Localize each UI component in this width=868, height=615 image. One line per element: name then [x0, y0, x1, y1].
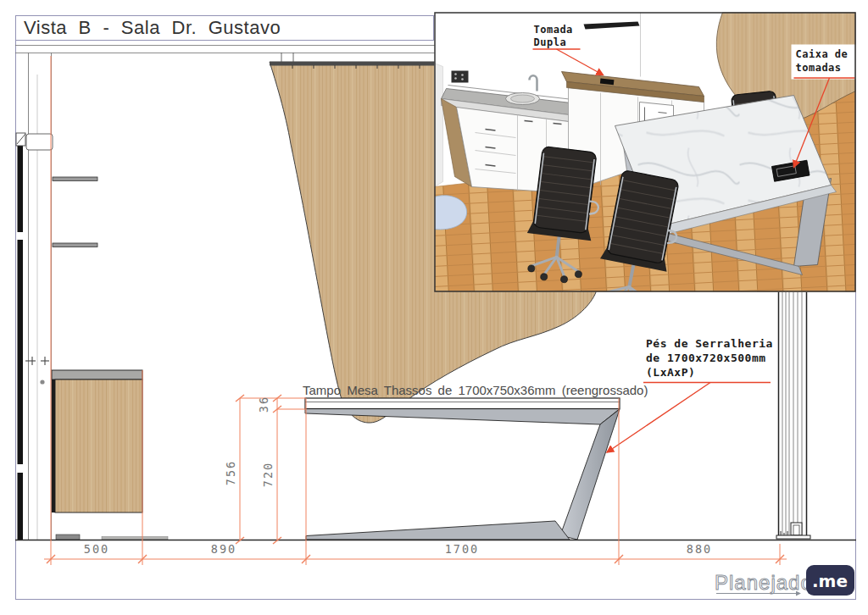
cabinet-countertop	[52, 370, 142, 380]
knob-detail	[40, 380, 44, 384]
logo: Planejados .me	[715, 565, 854, 596]
pes-note-line1: Pés de Serralheria	[646, 337, 773, 350]
dim-label-36: 36	[257, 396, 270, 413]
wall-shelf	[53, 177, 97, 181]
inset-3d-view: Tomada Dupla Caixa de tomadas	[435, 13, 857, 319]
label-tomada-line2: Dupla	[534, 36, 567, 48]
drawing-sheet: Vista B - Sala Dr. Gustavo	[0, 0, 868, 615]
dim-label-1700: 1700	[445, 542, 480, 556]
pes-note-line3: (LxAxP)	[646, 366, 695, 379]
label-caixa-line1: Caixa de	[796, 48, 849, 60]
page-title: Vista B - Sala Dr. Gustavo	[24, 17, 281, 38]
label-caixa-line2: tomadas	[796, 62, 842, 74]
label-tomada-line1: Tomada	[534, 24, 573, 36]
pes-note-line2: de 1700x720x500mm	[646, 352, 766, 364]
partition-lock-detail	[791, 523, 802, 535]
dim-label-756: 756	[224, 460, 237, 485]
main-drawing-svg: Vista B - Sala Dr. Gustavo	[0, 0, 868, 615]
dim-label-720: 720	[261, 462, 275, 487]
cabinet-body	[55, 380, 142, 512]
dim-label-880: 880	[687, 542, 712, 556]
wall-outlet-icon	[452, 71, 469, 83]
desk-leg	[560, 409, 620, 540]
side-cabinet	[52, 370, 168, 540]
wall-shelf	[53, 243, 97, 247]
desk-base-beam	[306, 521, 570, 540]
right-partition	[776, 292, 810, 539]
logo-badge-text: .me	[812, 571, 848, 591]
dim-label-500: 500	[84, 542, 109, 556]
desk-apron	[305, 409, 620, 425]
dim-label-890: 890	[211, 542, 236, 556]
desk-top	[305, 398, 620, 409]
tampo-note: Tampo Mesa Thassos de 1700x750x36mm (ree…	[303, 383, 648, 397]
desk-elevation	[305, 398, 620, 540]
